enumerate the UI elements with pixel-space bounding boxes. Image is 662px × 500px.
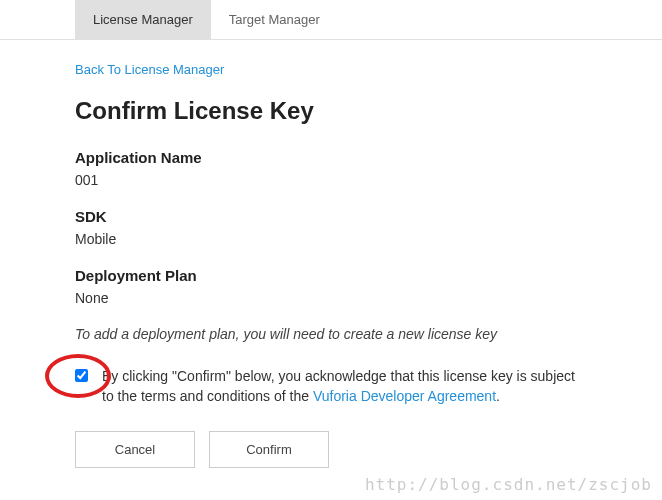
agreement-suffix: . — [496, 388, 500, 404]
sdk-value: Mobile — [75, 231, 587, 247]
agreement-link[interactable]: Vuforia Developer Agreement — [313, 388, 496, 404]
tab-license-manager[interactable]: License Manager — [75, 0, 211, 39]
main-content: Back To License Manager Confirm License … — [0, 40, 662, 468]
deployment-plan-label: Deployment Plan — [75, 267, 587, 284]
back-link[interactable]: Back To License Manager — [75, 62, 224, 77]
app-name-value: 001 — [75, 172, 587, 188]
watermark: http://blog.csdn.net/zscjob — [365, 475, 652, 494]
tab-bar: License Manager Target Manager — [0, 0, 662, 40]
tab-target-manager[interactable]: Target Manager — [211, 0, 338, 39]
agreement-text: By clicking "Confirm" below, you acknowl… — [102, 366, 587, 407]
app-name-label: Application Name — [75, 149, 587, 166]
confirm-button[interactable]: Confirm — [209, 431, 329, 468]
agreement-row: By clicking "Confirm" below, you acknowl… — [75, 366, 587, 407]
deployment-plan-value: None — [75, 290, 587, 306]
page-title: Confirm License Key — [75, 97, 587, 125]
agreement-checkbox[interactable] — [75, 369, 88, 382]
deployment-note: To add a deployment plan, you will need … — [75, 326, 587, 342]
button-row: Cancel Confirm — [75, 431, 587, 468]
sdk-label: SDK — [75, 208, 587, 225]
cancel-button[interactable]: Cancel — [75, 431, 195, 468]
